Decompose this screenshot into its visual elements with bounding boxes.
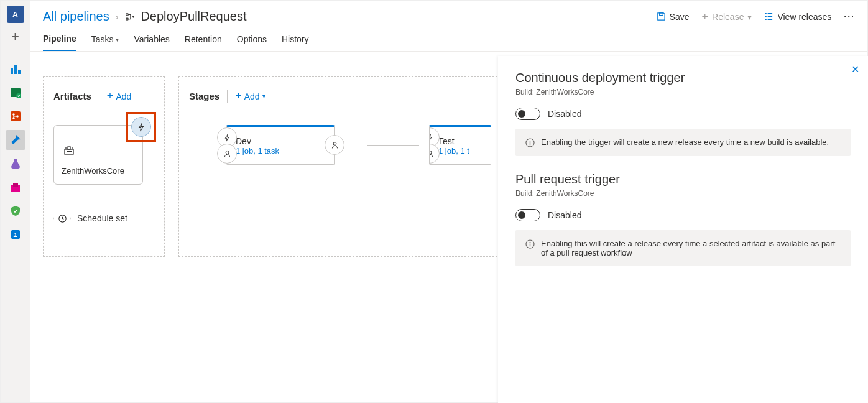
close-panel-button[interactable]: ✕ [851,63,859,75]
stage-connector [367,145,419,146]
chevron-down-icon: ▾ [116,36,119,43]
release-button[interactable]: + Release ▾ [702,12,752,22]
svg-point-23 [333,142,336,145]
tab-history[interactable]: History [282,34,309,51]
schedule-icon [53,210,71,227]
artifact-name: ZenithWorksCore [62,166,135,175]
info-icon [525,138,535,147]
cd-trigger-toggle[interactable] [515,108,540,120]
svg-point-13 [126,13,129,16]
cd-trigger-button[interactable] [131,117,151,137]
svg-rect-27 [530,142,530,146]
tab-variables[interactable]: Variables [134,34,169,51]
stage-dev[interactable]: Dev 1 job, 1 task [226,125,335,165]
page-header: All pipelines › DeployPullRequest Save +… [30,1,867,24]
nav-extension-icon[interactable]: Σ [6,225,25,244]
svg-rect-30 [530,244,530,247]
view-releases-button[interactable]: View releases [764,12,831,22]
svg-point-22 [226,151,229,154]
svg-rect-2 [18,70,21,74]
save-icon [657,12,666,21]
stage-test[interactable]: Test 1 job, 1 t [429,125,491,165]
list-icon [764,12,773,21]
stage-test-jobs-link[interactable]: 1 job, 1 t [438,146,482,155]
schedule-chip[interactable]: Schedule set [53,210,154,227]
cd-toggle-label: Disabled [548,109,581,119]
pr-toggle-label: Disabled [548,210,581,220]
artifact-card[interactable]: ZenithWorksCore [53,125,143,185]
pipeline-icon [124,11,136,22]
svg-rect-20 [68,147,70,149]
left-rail: A + Σ [1,1,30,402]
svg-point-29 [530,242,531,243]
svg-point-24 [429,151,431,154]
nav-artifacts-icon[interactable] [6,177,25,197]
info-icon [525,239,535,249]
org-avatar[interactable]: A [7,6,24,23]
cd-build-subtitle: Build: ZenithWorksCore [515,88,851,96]
pr-build-subtitle: Build: ZenithWorksCore [515,189,851,198]
stage-dev-jobs-link[interactable]: 1 job, 1 task [236,146,325,155]
pre-deploy-approvals-icon[interactable] [217,144,237,164]
pr-trigger-toggle[interactable] [515,209,540,221]
svg-rect-0 [11,68,13,74]
nav-pipelines-icon[interactable] [6,130,25,150]
breadcrumb: All pipelines › DeployPullRequest [43,9,247,24]
artifacts-title: Artifacts [53,91,91,101]
save-button[interactable]: Save [657,12,690,22]
cd-trigger-title: Continuous deployment trigger [515,71,851,85]
post-deploy-approvals-icon[interactable] [325,135,344,155]
lightning-icon [137,123,146,132]
svg-point-14 [126,17,129,20]
pre-deploy-approvals-icon[interactable] [429,144,440,164]
pr-trigger-title: Pull request trigger [515,172,851,187]
tabs: Pipeline Tasks▾ Variables Retention Opti… [30,24,867,52]
svg-rect-18 [68,151,70,152]
svg-rect-17 [67,151,68,152]
nav-dashboards-icon[interactable] [6,59,25,79]
cd-info-box: Enabling the trigger will create a new r… [515,129,851,156]
add-artifact-button[interactable]: +Add [107,90,131,103]
svg-rect-10 [13,183,18,187]
build-icon [63,144,75,155]
chevron-down-icon: ▾ [747,12,752,22]
svg-text:Σ: Σ [12,231,17,238]
chevron-down-icon: ▾ [262,93,265,100]
rail-add-button[interactable]: + [6,27,25,47]
artifacts-panel: Artifacts +Add ZenithWorksCore [43,76,165,257]
nav-compliance-icon[interactable] [6,201,25,221]
svg-rect-19 [70,151,72,152]
svg-point-26 [530,141,531,142]
nav-repos-icon[interactable] [6,106,25,126]
chevron-right-icon: › [116,12,119,22]
svg-rect-15 [659,13,663,16]
tab-pipeline[interactable]: Pipeline [43,34,76,51]
breadcrumb-title: DeployPullRequest [124,9,246,24]
tab-tasks[interactable]: Tasks▾ [91,34,119,51]
more-button[interactable]: ··· [844,12,855,22]
breadcrumb-root[interactable]: All pipelines [43,9,109,24]
pr-info-box: Enabling this will create a release ever… [515,230,851,266]
add-stage-button[interactable]: +Add▾ [235,90,265,103]
nav-boards-icon[interactable] [6,83,25,103]
stages-title: Stages [189,91,219,101]
svg-rect-1 [14,65,17,74]
tab-options[interactable]: Options [237,34,267,51]
tab-retention[interactable]: Retention [185,34,222,51]
trigger-side-panel: ✕ Continuous deployment trigger Build: Z… [498,56,868,403]
nav-testplans-icon[interactable] [6,154,25,174]
